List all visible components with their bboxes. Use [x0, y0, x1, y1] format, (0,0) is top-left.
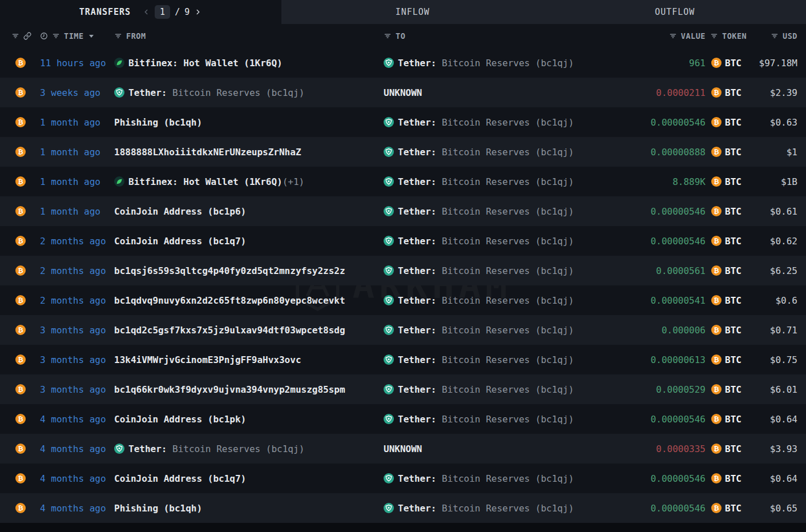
- transfer-time[interactable]: 3 months ago: [40, 325, 106, 336]
- to-cell[interactable]: Tether: Bitcoin Reserves (bc1qj): [381, 206, 628, 217]
- table-row[interactable]: ₿ 1 month ago 1888888LXhoiiitdkxNErUNzeu…: [0, 137, 806, 167]
- table-row[interactable]: ₿ 2 months ago bc1qdvq9nuvy6xn2d2c65ft8z…: [0, 285, 806, 315]
- from-cell[interactable]: bc1q66kr0wk3f9dyxv9ujvna394vnyp2muszg85s…: [112, 384, 381, 395]
- filter-icon[interactable]: [52, 32, 60, 40]
- from-cell[interactable]: Bitfinex: Hot Wallet (1Kr6Q)(+1): [112, 176, 381, 187]
- transfer-time[interactable]: 11 hours ago: [40, 58, 106, 68]
- from-cell[interactable]: Bitfinex: Hot Wallet (1Kr6Q): [112, 58, 381, 68]
- time-cell[interactable]: 4 months ago: [35, 444, 112, 454]
- transfer-from[interactable]: Tether:: [128, 87, 167, 98]
- transfer-to[interactable]: Tether:: [398, 414, 436, 425]
- from-cell[interactable]: CoinJoin Address (bc1q7): [112, 236, 381, 247]
- transfer-from[interactable]: 13k4iVMWrjvGcinomE3PnjgFF9aHvx3ovc: [114, 354, 301, 365]
- transfer-to[interactable]: Tether:: [398, 58, 436, 68]
- filter-icon[interactable]: [669, 32, 677, 40]
- transfer-to[interactable]: Tether:: [398, 503, 436, 514]
- transfer-to[interactable]: Tether:: [398, 236, 436, 247]
- from-cell[interactable]: CoinJoin Address (bc1q7): [112, 473, 381, 484]
- table-row[interactable]: ₿ 4 months ago CoinJoin Address (bc1pk) …: [0, 404, 806, 434]
- time-cell[interactable]: 2 months ago: [35, 265, 112, 276]
- table-row[interactable]: ₿ 1 month ago CoinJoin Address (bc1p6) T…: [0, 196, 806, 226]
- transfer-to[interactable]: Tether:: [398, 473, 436, 484]
- table-row[interactable]: ₿ 3 months ago 13k4iVMWrjvGcinomE3PnjgFF…: [0, 345, 806, 374]
- tab-outflow[interactable]: OUTFLOW: [544, 0, 806, 24]
- transfer-time[interactable]: 1 month ago: [40, 117, 100, 128]
- time-cell[interactable]: 3 months ago: [35, 325, 112, 336]
- table-row[interactable]: ₿ 1 month ago Bitfinex: Hot Wallet (1Kr6…: [0, 167, 806, 196]
- filter-icon[interactable]: [771, 32, 779, 40]
- to-cell[interactable]: Tether: Bitcoin Reserves (bc1qj): [381, 325, 628, 336]
- transfer-to[interactable]: Tether:: [398, 176, 436, 187]
- transfer-time[interactable]: 2 months ago: [40, 265, 106, 276]
- transfer-time[interactable]: 2 months ago: [40, 295, 106, 306]
- transfer-from[interactable]: Bitfinex: Hot Wallet (1Kr6Q): [128, 176, 283, 187]
- to-cell[interactable]: Tether: Bitcoin Reserves (bc1qj): [381, 117, 628, 128]
- transfer-from[interactable]: CoinJoin Address (bc1p6): [114, 206, 246, 217]
- from-cell[interactable]: CoinJoin Address (bc1pk): [112, 414, 381, 425]
- to-cell[interactable]: Tether: Bitcoin Reserves (bc1qj): [381, 384, 628, 395]
- transfer-from[interactable]: 1888888LXhoiiitdkxNErUNzeupsZrNhaZ: [114, 147, 301, 158]
- filter-icon[interactable]: [384, 32, 392, 40]
- from-cell[interactable]: bc1qd2c5gsf7kxs7x5jz9ulxav94dtf03wpcet8s…: [112, 325, 381, 336]
- time-cell[interactable]: 4 months ago: [35, 414, 112, 425]
- time-cell[interactable]: 3 weeks ago: [35, 87, 112, 98]
- tab-transfers[interactable]: TRANSFERS: [79, 7, 131, 17]
- filter-icon[interactable]: [114, 32, 122, 40]
- transfer-from[interactable]: Phishing (bc1qh): [114, 503, 202, 514]
- table-row[interactable]: ₿ 4 months ago Phishing (bc1qh) Tether: …: [0, 493, 806, 523]
- table-row[interactable]: ₿ 1 month ago Phishing (bc1qh) Tether: B…: [0, 107, 806, 137]
- to-cell[interactable]: UNKNOWN: [381, 444, 628, 454]
- transfer-from[interactable]: CoinJoin Address (bc1q7): [114, 236, 246, 247]
- transfer-to[interactable]: Tether:: [398, 117, 436, 128]
- table-row[interactable]: ₿ 4 months ago Tether: Bitcoin Reserves …: [0, 434, 806, 464]
- time-cell[interactable]: 4 months ago: [35, 473, 112, 484]
- to-cell[interactable]: Tether: Bitcoin Reserves (bc1qj): [381, 473, 628, 484]
- from-cell[interactable]: 1888888LXhoiiitdkxNErUNzeupsZrNhaZ: [112, 147, 381, 158]
- transfer-from[interactable]: Tether:: [128, 444, 167, 454]
- transfer-time[interactable]: 1 month ago: [40, 176, 100, 187]
- transfer-to[interactable]: Tether:: [398, 325, 436, 336]
- from-cell[interactable]: bc1qsj6s59s3qltcg4p40fy0zd5qt2mnzyfsy2zs…: [112, 265, 381, 276]
- table-row[interactable]: ₿ 11 hours ago Bitfinex: Hot Wallet (1Kr…: [0, 48, 806, 78]
- transfer-to[interactable]: Tether:: [398, 206, 436, 217]
- filter-icon[interactable]: [11, 32, 19, 40]
- to-cell[interactable]: Tether: Bitcoin Reserves (bc1qj): [381, 265, 628, 276]
- link-icon[interactable]: [23, 32, 31, 40]
- column-header-time[interactable]: TIME: [35, 31, 112, 41]
- pagination-prev-button[interactable]: [142, 8, 150, 16]
- transfer-time[interactable]: 3 months ago: [40, 384, 106, 395]
- time-cell[interactable]: 2 months ago: [35, 295, 112, 306]
- table-row[interactable]: ₿ 2 months ago CoinJoin Address (bc1q7) …: [0, 226, 806, 256]
- transfer-to[interactable]: UNKNOWN: [384, 444, 422, 454]
- transfer-time[interactable]: 3 weeks ago: [40, 87, 100, 98]
- table-row[interactable]: ₿ 3 weeks ago Tether: Bitcoin Reserves (…: [0, 78, 806, 107]
- time-cell[interactable]: 2 months ago: [35, 236, 112, 247]
- time-cell[interactable]: 1 month ago: [35, 147, 112, 158]
- time-cell[interactable]: 11 hours ago: [35, 58, 112, 68]
- transfer-time[interactable]: 4 months ago: [40, 503, 106, 514]
- transfer-time[interactable]: 2 months ago: [40, 236, 106, 247]
- from-cell[interactable]: bc1qdvq9nuvy6xn2d2c65ft8zwp6n80yepc8wcev…: [112, 295, 381, 306]
- transfer-time[interactable]: 3 months ago: [40, 354, 106, 365]
- transfer-from[interactable]: bc1q66kr0wk3f9dyxv9ujvna394vnyp2muszg85s…: [114, 384, 345, 395]
- time-cell[interactable]: 3 months ago: [35, 384, 112, 395]
- transfer-to[interactable]: Tether:: [398, 265, 436, 276]
- transfer-from[interactable]: Phishing (bc1qh): [114, 117, 202, 128]
- table-row[interactable]: ₿ 3 months ago bc1q66kr0wk3f9dyxv9ujvna3…: [0, 374, 806, 404]
- to-cell[interactable]: Tether: Bitcoin Reserves (bc1qj): [381, 147, 628, 158]
- from-cell[interactable]: Tether: Bitcoin Reserves (bc1qj): [112, 87, 381, 98]
- from-cell[interactable]: Phishing (bc1qh): [112, 117, 381, 128]
- transfer-time[interactable]: 4 months ago: [40, 444, 106, 454]
- time-cell[interactable]: 1 month ago: [35, 206, 112, 217]
- to-cell[interactable]: Tether: Bitcoin Reserves (bc1qj): [381, 295, 628, 306]
- transfer-from[interactable]: CoinJoin Address (bc1pk): [114, 414, 246, 425]
- tab-inflow[interactable]: INFLOW: [281, 0, 544, 24]
- transfer-from[interactable]: bc1qdvq9nuvy6xn2d2c65ft8zwp6n80yepc8wcev…: [114, 295, 345, 306]
- to-cell[interactable]: Tether: Bitcoin Reserves (bc1qj): [381, 503, 628, 514]
- transfer-time[interactable]: 4 months ago: [40, 414, 106, 425]
- from-cell[interactable]: Phishing (bc1qh): [112, 503, 381, 514]
- transfer-time[interactable]: 1 month ago: [40, 147, 100, 158]
- to-cell[interactable]: Tether: Bitcoin Reserves (bc1qj): [381, 414, 628, 425]
- transfer-to[interactable]: Tether:: [398, 147, 436, 158]
- transfer-from[interactable]: bc1qd2c5gsf7kxs7x5jz9ulxav94dtf03wpcet8s…: [114, 325, 345, 336]
